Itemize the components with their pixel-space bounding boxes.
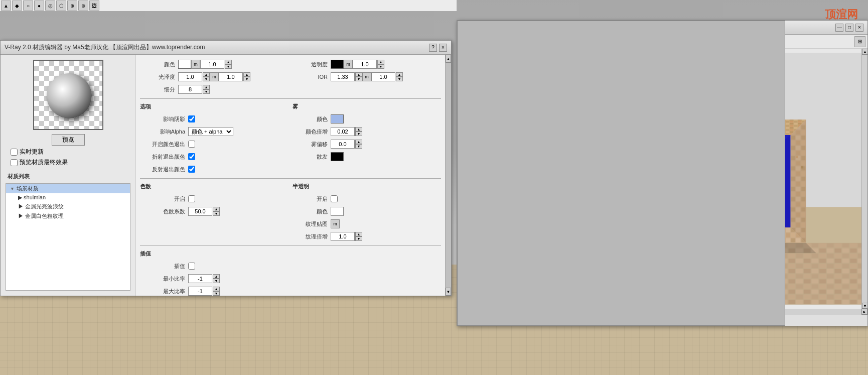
fog-bias-spin-dn[interactable]: ▼ — [355, 144, 362, 149]
fog-mult-spin-dn[interactable]: ▼ — [355, 132, 362, 136]
scatter-coeff-spin-up[interactable]: ▲ — [213, 207, 220, 211]
trans-texture-row: 纹理贴图 m — [293, 218, 441, 229]
scroll-up-arrow[interactable]: ▲ — [446, 55, 451, 63]
color-spin: ▲ ▼ — [225, 60, 232, 69]
ior-input2[interactable] — [371, 72, 395, 81]
trans-mult-spin-dn[interactable]: ▼ — [355, 236, 362, 241]
interp-min-spin-dn[interactable]: ▼ — [213, 279, 220, 283]
fog-color-swatch[interactable] — [331, 114, 344, 123]
mat-editor-body: 预览 实时更新 预览材质最终效果 材质列表 ▼ 场景材质 ▶ shuimian — [1, 55, 451, 296]
toolbar-icon-img[interactable]: 🖼 — [89, 1, 99, 11]
subdivs-spin-up[interactable]: ▲ — [203, 85, 210, 89]
best-preview-label: 预览材质最终效果 — [20, 158, 68, 167]
ior-spin2-up[interactable]: ▲ — [396, 72, 403, 77]
vfb-expand-btn[interactable]: ⊞ — [854, 36, 865, 47]
vfb-minimize-button[interactable]: — — [835, 24, 843, 32]
transp-spin-dn[interactable]: ▼ — [377, 64, 384, 69]
close-button-mat[interactable]: × — [439, 44, 447, 52]
gloss-input2[interactable] — [219, 72, 243, 81]
transp-spin-up[interactable]: ▲ — [377, 60, 384, 64]
realtime-checkbox[interactable] — [11, 149, 18, 156]
vfb-scroll-up[interactable]: ▲ — [862, 49, 867, 55]
gloss-spin2-dn[interactable]: ▼ — [243, 77, 250, 81]
ior-spin2-dn[interactable]: ▼ — [396, 77, 403, 81]
reflect-exit-checkbox[interactable] — [188, 166, 195, 173]
interp-max-input[interactable] — [188, 287, 212, 296]
fog-scatter-swatch[interactable] — [331, 152, 344, 161]
toolbar-icon-1[interactable]: ▲ — [1, 1, 11, 11]
svg-rect-27 — [796, 156, 798, 158]
scatter-header-row: 色散 — [140, 181, 288, 192]
gloss-spin-up[interactable]: ▲ — [203, 72, 210, 77]
mat-item-0[interactable]: ▼ 场景材质 — [6, 184, 130, 193]
toolbar-icon-2[interactable]: ◆ — [12, 1, 22, 11]
affect-shadow-checkbox[interactable] — [188, 115, 195, 122]
trans-mult-input[interactable] — [331, 232, 355, 241]
subdivs-input[interactable] — [178, 85, 202, 94]
ior-spin-up[interactable]: ▲ — [355, 72, 362, 77]
interp-enable-checkbox[interactable] — [188, 263, 195, 270]
gloss-spin2: ▲ ▼ — [243, 72, 250, 81]
gloss-m-btn[interactable]: m — [210, 72, 219, 81]
right-panel-scrollbar[interactable]: ▲ ▼ — [445, 55, 451, 296]
trans-mult-spin: ▲ ▼ — [355, 232, 362, 241]
vfb-right-scrollbar[interactable]: ▲ ▼ — [861, 49, 867, 309]
fog-bias-spin-up[interactable]: ▲ — [355, 140, 362, 144]
ior-input[interactable] — [331, 72, 355, 81]
transp-m-btn[interactable]: m — [344, 60, 353, 69]
gloss-spin2-up[interactable]: ▲ — [243, 72, 250, 77]
fog-label: 雾 — [293, 102, 313, 111]
vfb-scroll-down[interactable]: ▼ — [862, 303, 867, 309]
interp-header-row: 插值 — [140, 248, 441, 259]
open-color-exit-checkbox[interactable] — [188, 141, 195, 148]
mat-item-1[interactable]: ▶ shuimian — [6, 193, 130, 202]
transp-input[interactable] — [353, 60, 377, 69]
vfb-scroll-thumb-h[interactable] — [457, 21, 785, 326]
refract-exit-checkbox[interactable] — [188, 153, 195, 160]
gloss-input[interactable] — [178, 72, 202, 81]
trans-color-swatch[interactable] — [331, 207, 344, 216]
affect-alpha-select[interactable]: 颜色 + alpha alpha 无 — [188, 127, 233, 136]
fog-mult-spin-up[interactable]: ▲ — [355, 127, 362, 132]
toolbar-icon-6[interactable]: ⬡ — [56, 1, 66, 11]
vfb-scroll-right[interactable]: ► — [861, 309, 867, 315]
scroll-down-arrow[interactable]: ▼ — [446, 288, 451, 296]
trans-mult-spin-up[interactable]: ▲ — [355, 232, 362, 236]
best-preview-checkbox[interactable] — [11, 159, 18, 166]
ior-m-btn[interactable]: m — [362, 72, 371, 81]
scatter-enable-checkbox[interactable] — [188, 195, 195, 202]
toolbar-icon-4[interactable]: ● — [34, 1, 44, 11]
help-button[interactable]: ? — [429, 44, 437, 52]
subdivs-label: 细分 — [140, 86, 175, 93]
scatter-coeff-spin-dn[interactable]: ▼ — [213, 211, 220, 216]
color-swatch[interactable] — [178, 60, 191, 69]
preview-image[interactable] — [33, 60, 103, 130]
toolbar-icon-3[interactable]: ○ — [23, 1, 33, 11]
fog-bias-input[interactable] — [331, 140, 355, 149]
toolbar-icon-5[interactable]: ◎ — [45, 1, 55, 11]
transp-swatch[interactable] — [331, 60, 344, 69]
trans-texture-m-btn[interactable]: m — [331, 219, 340, 228]
vfb-close-button[interactable]: × — [855, 24, 863, 32]
ior-spin-dn[interactable]: ▼ — [355, 77, 362, 81]
vfb-maximize-button[interactable]: □ — [845, 24, 853, 32]
mat-item-2[interactable]: ▶ 金属光亮波浪纹 — [6, 202, 130, 211]
color-spin-dn[interactable]: ▼ — [225, 64, 232, 69]
interp-max-spin-up[interactable]: ▲ — [213, 287, 220, 291]
preview-button[interactable]: 预览 — [52, 134, 85, 146]
toolbar-icon-7[interactable]: ⊕ — [67, 1, 77, 11]
color-spin-up[interactable]: ▲ — [225, 60, 232, 64]
color-m-btn[interactable]: m — [191, 60, 200, 69]
interp-min-input[interactable] — [188, 274, 212, 283]
gloss-spin-dn[interactable]: ▼ — [203, 77, 210, 81]
trans-enable-label: 开启 — [293, 195, 328, 203]
fog-multiplier-input[interactable] — [331, 127, 355, 136]
subdivs-spin-dn[interactable]: ▼ — [203, 89, 210, 94]
interp-min-spin-up[interactable]: ▲ — [213, 274, 220, 279]
mat-item-3[interactable]: ▶ 金属白色粗纹理 — [6, 211, 130, 221]
color-value-input[interactable] — [200, 60, 224, 69]
scatter-coeff-input[interactable] — [188, 207, 212, 216]
trans-enable-checkbox[interactable] — [331, 195, 338, 202]
toolbar-icon-8[interactable]: ⊗ — [78, 1, 88, 11]
interp-max-spin-dn[interactable]: ▼ — [213, 291, 220, 296]
